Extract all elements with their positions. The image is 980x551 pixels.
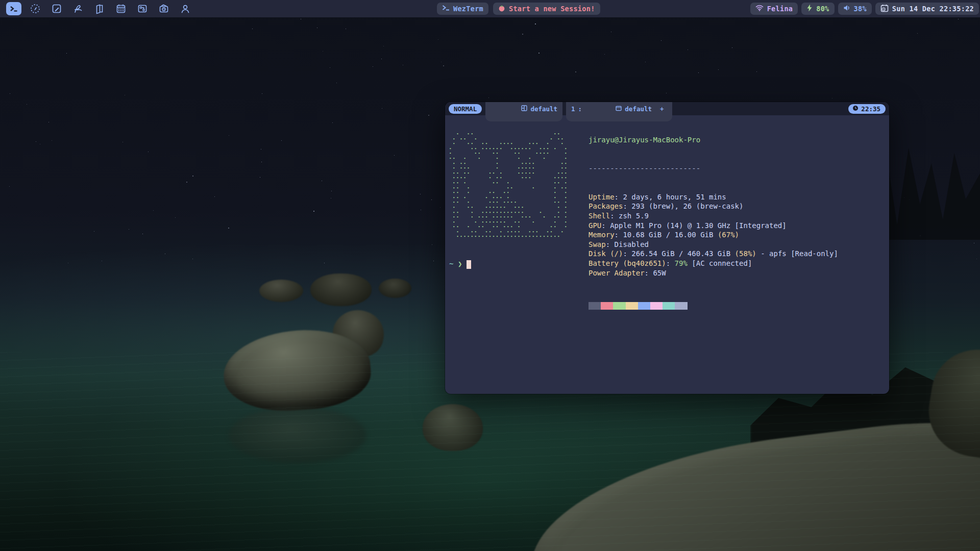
terminal-cursor bbox=[467, 260, 471, 269]
star bbox=[125, 95, 125, 95]
volume-indicator[interactable]: 38% bbox=[838, 3, 872, 15]
star bbox=[428, 115, 429, 116]
star bbox=[420, 194, 421, 194]
notes-icon[interactable] bbox=[49, 2, 64, 15]
star bbox=[522, 34, 523, 35]
palette-swatch bbox=[613, 302, 625, 310]
fetch-row: Swap: Disabled bbox=[589, 240, 838, 249]
wezterm-window[interactable]: NORMAL default 1 : default + 22:35 • •• bbox=[445, 102, 889, 394]
star bbox=[488, 97, 489, 98]
fetch-rows: Uptime: 2 days, 6 hours, 51 minsPackages… bbox=[589, 192, 838, 278]
star bbox=[261, 149, 261, 149]
star bbox=[441, 62, 442, 62]
calendar-icon[interactable] bbox=[113, 2, 129, 15]
star bbox=[917, 33, 918, 34]
fetch-row: Packages: 293 (brew), 26 (brew-cask) bbox=[589, 202, 838, 211]
wezterm-indicator[interactable]: WezTerm bbox=[437, 3, 488, 15]
star bbox=[346, 29, 346, 29]
star bbox=[373, 66, 373, 67]
star bbox=[688, 49, 688, 50]
tab-index: 1 bbox=[571, 105, 575, 113]
star bbox=[331, 198, 331, 198]
star bbox=[832, 98, 832, 98]
star bbox=[645, 62, 646, 62]
prompt-symbol: ❯ bbox=[458, 259, 462, 269]
door-icon[interactable] bbox=[92, 2, 107, 15]
star bbox=[958, 19, 959, 19]
fetch-row: Shell: zsh 5.9 bbox=[589, 211, 838, 221]
fastfetch-output: jirayu@Jirayus-MacBook-Pro -------------… bbox=[589, 116, 838, 329]
pomodoro-session-button[interactable]: Start a new Session! bbox=[493, 3, 600, 15]
palette-swatch bbox=[638, 302, 650, 310]
star bbox=[252, 29, 253, 29]
acrobat-icon[interactable] bbox=[70, 2, 86, 15]
star bbox=[122, 142, 123, 142]
projector-icon[interactable] bbox=[156, 2, 172, 15]
star bbox=[330, 67, 330, 68]
star bbox=[666, 93, 667, 93]
wifi-indicator[interactable]: Felina bbox=[750, 3, 798, 15]
menu-bar: WezTerm Start a new Session! Felina 80% bbox=[0, 0, 980, 17]
palette-swatch bbox=[626, 302, 638, 310]
palette-swatch bbox=[601, 302, 613, 310]
app-launcher-row bbox=[0, 2, 193, 15]
fetch-row: Memory: 10.68 GiB / 16.00 GiB (67%) bbox=[589, 230, 838, 240]
star bbox=[313, 211, 314, 212]
speaker-icon bbox=[843, 5, 850, 13]
star bbox=[260, 177, 260, 178]
user-icon[interactable] bbox=[178, 2, 193, 15]
palette-swatch bbox=[663, 302, 675, 310]
wezterm-label: WezTerm bbox=[453, 5, 483, 13]
palette-swatch bbox=[675, 302, 687, 310]
tomato-icon bbox=[498, 5, 505, 13]
star bbox=[153, 210, 154, 211]
prompt-cwd: ~ bbox=[449, 259, 453, 269]
star bbox=[421, 210, 421, 210]
terminal-content[interactable]: • •• •• • •• • • •• • •• •• •••• ••• • •… bbox=[445, 115, 889, 394]
datetime-indicator[interactable]: Sun 14 Dec 22:35:22 bbox=[875, 3, 979, 15]
star bbox=[186, 182, 187, 183]
star bbox=[661, 40, 662, 41]
tab-title: default bbox=[625, 105, 652, 113]
star bbox=[40, 144, 40, 144]
star bbox=[974, 243, 974, 243]
star bbox=[322, 181, 322, 181]
mode-badge: NORMAL bbox=[449, 104, 482, 114]
star bbox=[52, 140, 52, 141]
fetch-separator: -------------------------- bbox=[589, 164, 838, 173]
star bbox=[261, 162, 262, 162]
star bbox=[431, 199, 432, 200]
compass-icon[interactable] bbox=[28, 2, 43, 15]
terminal-icon[interactable] bbox=[6, 2, 21, 15]
palette-swatch bbox=[589, 302, 601, 310]
terminal-prompt-icon bbox=[442, 5, 450, 13]
automation-icon[interactable] bbox=[135, 2, 150, 15]
star bbox=[10, 93, 10, 94]
fetch-row: Power Adapter: 65W bbox=[589, 268, 838, 278]
star bbox=[27, 104, 27, 105]
clock-icon bbox=[852, 105, 859, 113]
battery-percent: 80% bbox=[816, 5, 829, 13]
star bbox=[331, 191, 332, 191]
star bbox=[698, 72, 699, 73]
battery-indicator[interactable]: 80% bbox=[801, 3, 834, 15]
fetch-row: Uptime: 2 days, 6 hours, 51 mins bbox=[589, 192, 838, 202]
star bbox=[538, 53, 540, 54]
star bbox=[332, 122, 333, 123]
wifi-ssid: Felina bbox=[767, 5, 793, 13]
star bbox=[175, 217, 176, 218]
star bbox=[732, 47, 732, 48]
star bbox=[383, 46, 384, 46]
fastfetch-cat-art: • •• •• • •• • • •• • •• •• •••• ••• • •… bbox=[449, 132, 572, 239]
star bbox=[535, 23, 536, 24]
star bbox=[66, 53, 67, 54]
shell-prompt[interactable]: ~ ❯ bbox=[449, 259, 471, 269]
star bbox=[129, 229, 129, 230]
star bbox=[262, 93, 262, 94]
rock-small-2 bbox=[310, 273, 372, 306]
star bbox=[142, 234, 143, 234]
fetch-host: jirayu@Jirayus-MacBook-Pro bbox=[589, 135, 838, 145]
new-tab-button[interactable]: + bbox=[657, 105, 667, 113]
tab-clock-badge: 22:35 bbox=[848, 104, 886, 114]
wifi-icon bbox=[755, 5, 764, 13]
